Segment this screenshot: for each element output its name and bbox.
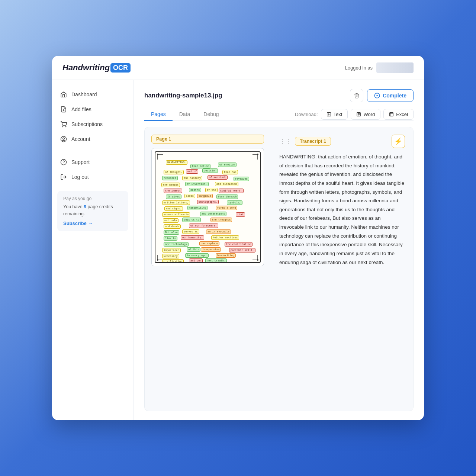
credits-text: You have 9 page credits remaining. xyxy=(63,203,122,218)
sidebar-item-dashboard[interactable]: Dashboard xyxy=(52,87,134,102)
sidebar-add-files-label: Add files xyxy=(71,106,91,112)
sidebar-subscriptions-label: Subscriptions xyxy=(71,121,103,127)
download-excel-button[interactable]: Excel xyxy=(383,109,414,120)
download-label: Download: xyxy=(295,112,318,117)
svg-point-13 xyxy=(157,154,158,155)
page-panel: Page 1 xyxy=(145,127,271,411)
download-text-label: Text xyxy=(334,112,342,117)
handwriting-image: HANDWRITING: that action of emotion of t… xyxy=(155,151,261,263)
drag-handle[interactable]: ⋮⋮ xyxy=(279,138,291,145)
sidebar-logout-label: Log out xyxy=(71,174,89,180)
log-out-icon xyxy=(60,174,67,180)
logo-ocr-badge: OCR xyxy=(110,63,131,73)
sidebar-account-label: Account xyxy=(71,136,90,142)
sidebar-support-label: Support xyxy=(71,159,90,165)
tab-debug[interactable]: Debug xyxy=(197,108,225,121)
delete-button[interactable] xyxy=(350,89,363,102)
complete-button[interactable]: Complete xyxy=(367,89,414,102)
tabs: Pages Data Debug xyxy=(144,108,226,120)
svg-rect-12 xyxy=(390,113,393,116)
svg-point-2 xyxy=(62,126,63,127)
home-icon xyxy=(60,91,67,98)
page-content: Page 1 xyxy=(144,127,414,411)
corner-decoration-tl xyxy=(157,154,164,160)
tab-data[interactable]: Data xyxy=(173,108,197,121)
page-label: Page 1 xyxy=(151,135,264,144)
file-header: handwriting-sample13.jpg xyxy=(144,89,414,102)
sidebar-dashboard-label: Dashboard xyxy=(71,91,97,97)
transcript-label: Transcript 1 xyxy=(295,137,331,146)
transcript-text: HANDWRITING: that action of emotion, of … xyxy=(279,152,405,403)
logged-in-area: Logged in as xyxy=(345,62,414,73)
corner-decoration-br xyxy=(252,254,258,261)
download-word-label: Word xyxy=(363,112,375,117)
svg-point-15 xyxy=(157,259,158,261)
sidebar-item-add-files[interactable]: Add files xyxy=(52,102,134,116)
download-word-button[interactable]: Word xyxy=(351,109,380,120)
file-name: handwriting-sample13.jpg xyxy=(144,92,222,99)
shopping-cart-icon xyxy=(60,121,67,128)
page-image-area: HANDWRITING: that action of emotion of t… xyxy=(151,148,264,266)
top-bar: Handwriting OCR Logged in as xyxy=(52,56,424,80)
logo-handwriting-text: Handwriting xyxy=(62,63,110,73)
download-area: Download: Text Word xyxy=(295,109,414,120)
subscribe-link[interactable]: Subscribe → xyxy=(63,221,93,226)
svg-point-16 xyxy=(257,259,258,261)
file-plus-icon xyxy=(60,106,67,113)
app-logo: Handwriting OCR xyxy=(62,63,131,73)
sidebar-item-support[interactable]: Support xyxy=(52,155,134,169)
download-text-button[interactable]: Text xyxy=(321,109,348,120)
sidebar: Dashboard Add files xyxy=(52,80,134,420)
svg-point-3 xyxy=(65,126,66,127)
lightning-button[interactable]: ⚡ xyxy=(392,135,405,148)
tab-pages[interactable]: Pages xyxy=(144,108,173,121)
help-circle-icon xyxy=(60,159,67,165)
credits-box: Pay as you go You have 9 page credits re… xyxy=(57,191,128,231)
content-area: handwriting-sample13.jpg xyxy=(134,80,424,420)
user-circle-icon xyxy=(60,136,67,142)
transcript-header: ⋮⋮ Transcript 1 ⚡ xyxy=(279,135,405,148)
download-excel-label: Excel xyxy=(396,112,408,117)
sidebar-item-account[interactable]: Account xyxy=(52,132,134,146)
svg-point-14 xyxy=(257,154,258,155)
file-actions: Complete xyxy=(350,89,414,102)
complete-label: Complete xyxy=(383,93,406,99)
svg-point-5 xyxy=(63,138,65,139)
credits-title: Pay as you go xyxy=(63,196,122,201)
logged-in-label: Logged in as xyxy=(345,65,373,71)
sidebar-item-subscriptions[interactable]: Subscriptions xyxy=(52,117,134,131)
user-avatar xyxy=(376,62,414,73)
sidebar-item-logout[interactable]: Log out xyxy=(52,170,134,184)
tabs-row: Pages Data Debug Download: Text xyxy=(144,108,414,121)
transcript-panel: ⋮⋮ Transcript 1 ⚡ HANDWRITING: that acti… xyxy=(271,127,413,411)
corner-decoration-tr xyxy=(252,154,258,160)
